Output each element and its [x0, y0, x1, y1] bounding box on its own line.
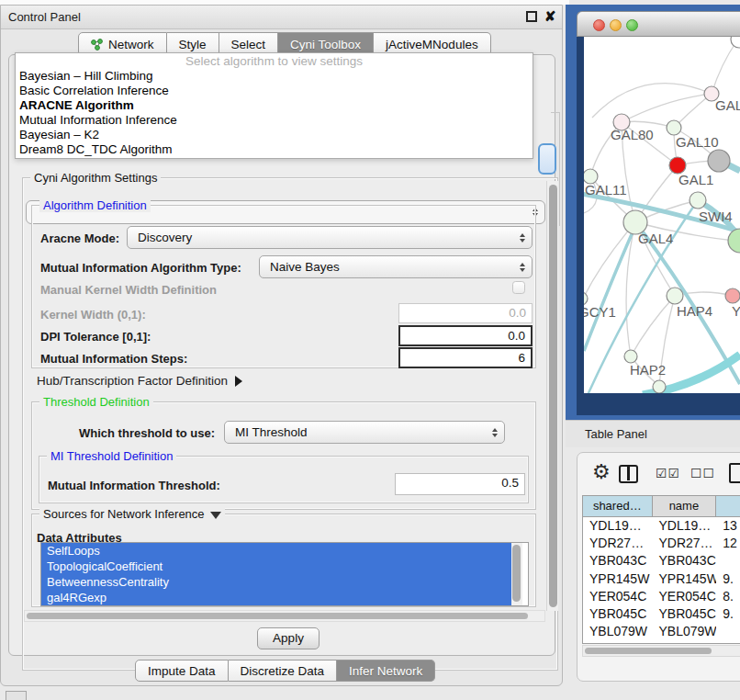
settings-vertical-scrollbar[interactable] — [546, 181, 558, 611]
network-node-HAP2[interactable] — [624, 350, 637, 363]
algorithm-option[interactable]: Mutual Information Inference — [16, 113, 533, 128]
sources-legend[interactable]: Sources for Network Inference — [39, 507, 225, 521]
data-attribute-item[interactable]: SelfLoops — [41, 543, 511, 559]
dpi-tolerance-field[interactable]: 0.0 — [398, 325, 533, 346]
scrollbar-thumb[interactable] — [27, 613, 528, 619]
network-view-frame: GALGAL80GAL10GAL1GAL11SWI4GAL4GCY1HAP4YH… — [577, 37, 740, 415]
hub-definition-expander[interactable]: Hub/Transcription Factor Definition — [37, 374, 242, 388]
node-label: GAL11 — [585, 182, 627, 198]
table-row[interactable]: YBL079WYBL079W — [583, 623, 740, 640]
algorithm-option[interactable]: Bayesian – Hill Climbing — [16, 69, 533, 84]
table-cell: YDL19… — [583, 517, 652, 535]
obscured-algorithm-combo-fragment[interactable] — [538, 143, 556, 175]
network-window: GALGAL80GAL10GAL1GAL11SWI4GAL4GCY1HAP4YH… — [577, 11, 740, 415]
network-node-GAL10[interactable] — [667, 120, 681, 135]
table-cell: 12 — [716, 535, 740, 552]
expanded-arrow-icon — [210, 512, 221, 519]
table-row[interactable]: YBR045CYBR045C9. — [583, 605, 740, 623]
column-header[interactable]: name — [653, 496, 717, 516]
scrollbar-thumb[interactable] — [512, 545, 521, 602]
scrollbar-thumb[interactable] — [549, 185, 557, 607]
select-all-icon[interactable]: ☑☑ — [656, 466, 680, 480]
column-header[interactable]: shared… — [583, 496, 653, 516]
network-node-HAP4[interactable] — [667, 288, 683, 304]
data-attribute-item[interactable]: BetweennessCentrality — [41, 574, 511, 590]
algorithm-option[interactable]: Dream8 DC_TDC Algorithm — [16, 142, 533, 157]
table-row[interactable]: YLR345WYLR345W9. — [583, 640, 740, 644]
tab-label: Select — [231, 38, 266, 51]
threshold-definition-legend: Threshold Definition — [39, 395, 153, 409]
algorithm-option[interactable]: Basic Correlation Inference — [16, 84, 533, 98]
data-attribute-item[interactable]: TopologicalCoefficient — [41, 559, 511, 574]
table-cell: 9. — [716, 605, 740, 623]
table-row[interactable]: YPR145WYPR145W9. — [583, 570, 740, 588]
float-window-icon[interactable] — [526, 11, 537, 22]
network-canvas[interactable]: GALGAL80GAL10GAL1GAL11SWI4GAL4GCY1HAP4YH… — [584, 37, 740, 393]
tab-discretize-data[interactable]: Discretize Data — [229, 660, 338, 682]
table-row[interactable]: YDR27…YDR27…12 — [583, 535, 740, 552]
scrollbar-thumb[interactable] — [585, 648, 712, 654]
minimize-window-icon[interactable] — [610, 19, 622, 31]
close-panel-icon[interactable]: ✘ — [544, 8, 556, 25]
tab-impute-data[interactable]: Impute Data — [135, 660, 229, 682]
algorithm-option[interactable]: ARACNE Algorithm — [16, 98, 533, 113]
node-label: GAL1 — [678, 172, 713, 187]
which-threshold-combo[interactable]: MI Threshold — [224, 421, 505, 444]
apply-button[interactable]: Apply — [257, 627, 320, 649]
table-cell: YPR145W — [583, 570, 652, 588]
table-cell: 8. — [716, 588, 740, 605]
table-cell: YBR043C — [652, 552, 716, 570]
deselect-all-icon[interactable]: ☐☐ — [690, 466, 715, 480]
dpi-tolerance-label: DPI Tolerance [0,1]: — [40, 330, 151, 344]
table-panel-title: Table Panel — [585, 427, 647, 441]
data-attributes-list[interactable]: SelfLoopsTopologicalCoefficientBetweenne… — [40, 542, 529, 606]
data-attribute-item[interactable]: gal4RGexp — [41, 590, 511, 605]
node-label: GAL — [715, 97, 740, 113]
manual-kernel-checkbox[interactable] — [512, 281, 525, 294]
close-window-icon[interactable] — [593, 19, 605, 31]
table-row[interactable]: YBR043CYBR043C — [583, 552, 740, 570]
network-node-Y-cut[interactable] — [725, 288, 740, 303]
table-row[interactable]: YER054CYER054C8. — [583, 588, 740, 605]
attributes-list-scrollbar[interactable] — [511, 543, 522, 605]
aracne-mode-combo[interactable]: Discovery — [127, 226, 533, 249]
table-horizontal-scrollbar[interactable] — [582, 645, 740, 657]
table-row[interactable]: YDL19…YDL19…13 — [583, 517, 740, 535]
docked-panel-icon[interactable] — [6, 691, 27, 700]
mi-algorithm-type-combo[interactable]: Naive Bayes — [259, 255, 533, 278]
table-settings-gear-icon[interactable]: ⚙ — [592, 460, 611, 484]
mi-steps-field[interactable]: 6 — [398, 347, 533, 368]
mi-steps-label: Mutual Information Steps: — [40, 352, 187, 366]
network-window-titlebar[interactable] — [577, 11, 740, 37]
tab-infer-network[interactable]: Infer Network — [337, 660, 435, 682]
kernel-width-field[interactable]: 0.0 — [398, 303, 533, 323]
network-edge — [592, 84, 712, 118]
network-node-big-green[interactable] — [728, 229, 740, 253]
table-cell: YLR345W — [583, 640, 652, 644]
split-columns-icon[interactable] — [619, 465, 638, 483]
node-label: HAP4 — [677, 303, 712, 319]
network-node-GCY1[interactable] — [584, 292, 588, 305]
algorithm-option[interactable]: Bayesian – K2 — [16, 128, 533, 142]
network-node-SWI4[interactable] — [690, 192, 706, 209]
network-node-partial-top[interactable] — [731, 37, 740, 48]
column-header[interactable] — [716, 496, 740, 516]
algorithm-dropdown-popup: Select algorithm to view settings Bayesi… — [15, 52, 533, 159]
table-cell: YDL19… — [652, 517, 716, 535]
mi-threshold-field[interactable]: 0.5 — [395, 473, 525, 495]
network-node-gray-node[interactable] — [708, 150, 730, 172]
table-cell: YBR043C — [583, 552, 652, 570]
table-cell: 9. — [716, 640, 740, 644]
import-table-icon[interactable] — [729, 463, 740, 483]
network-node-partial-bottom[interactable] — [653, 380, 666, 393]
which-threshold-label: Which threshold to use: — [79, 426, 215, 440]
manual-kernel-label: Manual Kernel Width Definition — [40, 283, 217, 297]
node-label: SWI4 — [699, 209, 733, 224]
table-cell: YER054C — [583, 588, 652, 605]
table-cell: YBR045C — [583, 605, 652, 623]
popup-placeholder-text: Select algorithm to view settings — [16, 53, 533, 69]
mi-threshold-label: Mutual Information Threshold: — [48, 479, 220, 492]
aracne-mode-value: Discovery — [138, 231, 192, 244]
zoom-window-icon[interactable] — [626, 19, 638, 31]
settings-horizontal-scrollbar[interactable] — [24, 610, 545, 622]
